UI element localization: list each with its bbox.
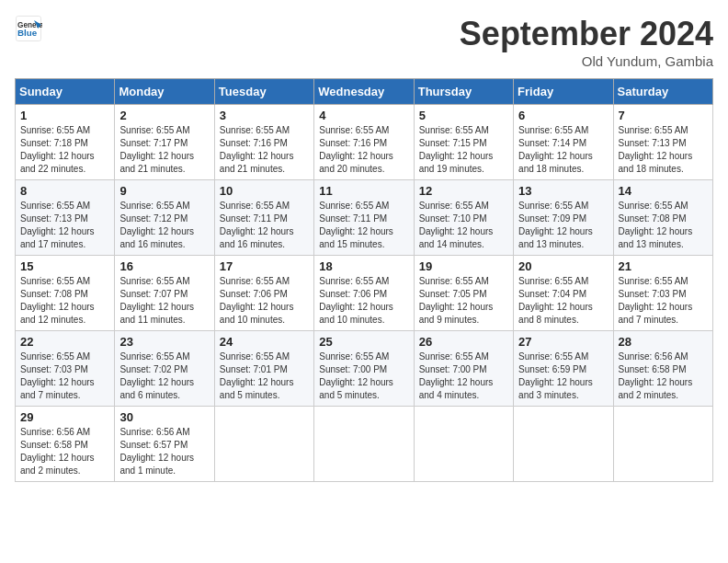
calendar-cell: 1 Sunrise: 6:55 AM Sunset: 7:18 PM Dayli… xyxy=(16,105,115,180)
calendar-cell: 18 Sunrise: 6:55 AM Sunset: 7:06 PM Dayl… xyxy=(314,256,414,331)
day-number: 4 xyxy=(319,109,408,122)
calendar-cell xyxy=(414,407,513,482)
day-number: 25 xyxy=(319,335,408,349)
day-info: Sunrise: 6:55 AM Sunset: 6:59 PM Dayligh… xyxy=(518,350,608,402)
calendar-cell: 6 Sunrise: 6:55 AM Sunset: 7:14 PM Dayli… xyxy=(514,105,613,180)
day-number: 22 xyxy=(20,335,109,349)
day-number: 2 xyxy=(119,109,209,122)
location: Old Yundum, Gambia xyxy=(460,53,713,69)
calendar-cell: 24 Sunrise: 6:55 AM Sunset: 7:01 PM Dayl… xyxy=(214,331,313,407)
day-number: 17 xyxy=(220,259,309,273)
day-info: Sunrise: 6:55 AM Sunset: 7:18 PM Dayligh… xyxy=(20,124,109,176)
calendar-cell: 27 Sunrise: 6:55 AM Sunset: 6:59 PM Dayl… xyxy=(514,331,613,407)
calendar-cell: 25 Sunrise: 6:55 AM Sunset: 7:00 PM Dayl… xyxy=(314,331,414,407)
day-info: Sunrise: 6:55 AM Sunset: 7:12 PM Dayligh… xyxy=(119,200,209,251)
day-info: Sunrise: 6:56 AM Sunset: 6:58 PM Dayligh… xyxy=(20,426,109,477)
day-number: 29 xyxy=(20,410,109,424)
day-info: Sunrise: 6:55 AM Sunset: 7:02 PM Dayligh… xyxy=(119,350,209,402)
col-header-saturday: Saturday xyxy=(613,79,712,105)
calendar-cell: 14 Sunrise: 6:55 AM Sunset: 7:08 PM Dayl… xyxy=(613,180,712,256)
day-number: 11 xyxy=(319,184,408,198)
calendar-cell: 13 Sunrise: 6:55 AM Sunset: 7:09 PM Dayl… xyxy=(514,180,613,256)
calendar-cell: 12 Sunrise: 6:55 AM Sunset: 7:10 PM Dayl… xyxy=(414,180,513,256)
day-number: 24 xyxy=(220,335,309,349)
day-number: 16 xyxy=(119,259,209,273)
day-info: Sunrise: 6:55 AM Sunset: 7:16 PM Dayligh… xyxy=(220,124,309,176)
day-info: Sunrise: 6:55 AM Sunset: 7:06 PM Dayligh… xyxy=(220,275,309,327)
col-header-tuesday: Tuesday xyxy=(214,79,313,105)
calendar-cell: 26 Sunrise: 6:55 AM Sunset: 7:00 PM Dayl… xyxy=(414,331,513,407)
calendar-cell: 3 Sunrise: 6:55 AM Sunset: 7:16 PM Dayli… xyxy=(214,105,313,180)
title-section: September 2024 Old Yundum, Gambia xyxy=(460,15,713,69)
day-info: Sunrise: 6:55 AM Sunset: 7:15 PM Dayligh… xyxy=(419,124,508,176)
calendar-cell: 30 Sunrise: 6:56 AM Sunset: 6:57 PM Dayl… xyxy=(115,407,214,482)
day-number: 1 xyxy=(20,109,109,122)
day-info: Sunrise: 6:55 AM Sunset: 7:03 PM Dayligh… xyxy=(20,350,109,402)
calendar-cell: 20 Sunrise: 6:55 AM Sunset: 7:04 PM Dayl… xyxy=(514,256,613,331)
calendar-cell: 23 Sunrise: 6:55 AM Sunset: 7:02 PM Dayl… xyxy=(115,331,214,407)
day-info: Sunrise: 6:55 AM Sunset: 7:17 PM Dayligh… xyxy=(119,124,209,176)
calendar-cell: 10 Sunrise: 6:55 AM Sunset: 7:11 PM Dayl… xyxy=(214,180,313,256)
calendar-cell xyxy=(214,407,313,482)
day-info: Sunrise: 6:55 AM Sunset: 7:11 PM Dayligh… xyxy=(220,200,309,251)
day-number: 13 xyxy=(518,184,608,198)
day-number: 20 xyxy=(518,259,608,273)
day-number: 30 xyxy=(119,410,209,424)
day-number: 12 xyxy=(419,184,508,198)
day-info: Sunrise: 6:55 AM Sunset: 7:00 PM Dayligh… xyxy=(319,350,408,402)
day-info: Sunrise: 6:55 AM Sunset: 7:06 PM Dayligh… xyxy=(319,275,408,327)
calendar-cell: 19 Sunrise: 6:55 AM Sunset: 7:05 PM Dayl… xyxy=(414,256,513,331)
calendar-cell: 7 Sunrise: 6:55 AM Sunset: 7:13 PM Dayli… xyxy=(613,105,712,180)
day-number: 18 xyxy=(319,259,408,273)
day-number: 7 xyxy=(619,109,708,122)
day-number: 5 xyxy=(419,109,508,122)
calendar-cell xyxy=(514,407,613,482)
calendar-cell xyxy=(314,407,414,482)
day-info: Sunrise: 6:55 AM Sunset: 7:05 PM Dayligh… xyxy=(419,275,508,327)
day-number: 15 xyxy=(20,259,109,273)
col-header-thursday: Thursday xyxy=(414,79,513,105)
day-info: Sunrise: 6:55 AM Sunset: 7:04 PM Dayligh… xyxy=(518,275,608,327)
calendar-cell: 5 Sunrise: 6:55 AM Sunset: 7:15 PM Dayli… xyxy=(414,105,513,180)
calendar-cell: 2 Sunrise: 6:55 AM Sunset: 7:17 PM Dayli… xyxy=(115,105,214,180)
calendar-cell: 8 Sunrise: 6:55 AM Sunset: 7:13 PM Dayli… xyxy=(16,180,115,256)
day-info: Sunrise: 6:55 AM Sunset: 7:13 PM Dayligh… xyxy=(619,124,708,176)
col-header-wednesday: Wednesday xyxy=(314,79,414,105)
day-number: 28 xyxy=(619,335,708,349)
day-number: 27 xyxy=(518,335,608,349)
calendar-cell: 17 Sunrise: 6:55 AM Sunset: 7:06 PM Dayl… xyxy=(214,256,313,331)
calendar-cell: 21 Sunrise: 6:55 AM Sunset: 7:03 PM Dayl… xyxy=(613,256,712,331)
calendar-cell: 16 Sunrise: 6:55 AM Sunset: 7:07 PM Dayl… xyxy=(115,256,214,331)
day-number: 23 xyxy=(119,335,209,349)
col-header-sunday: Sunday xyxy=(16,79,115,105)
day-info: Sunrise: 6:56 AM Sunset: 6:57 PM Dayligh… xyxy=(119,426,209,477)
logo-icon: General Blue xyxy=(15,15,42,42)
day-info: Sunrise: 6:56 AM Sunset: 6:58 PM Dayligh… xyxy=(619,350,708,402)
calendar-cell: 9 Sunrise: 6:55 AM Sunset: 7:12 PM Dayli… xyxy=(115,180,214,256)
calendar-cell: 4 Sunrise: 6:55 AM Sunset: 7:16 PM Dayli… xyxy=(314,105,414,180)
day-info: Sunrise: 6:55 AM Sunset: 7:10 PM Dayligh… xyxy=(419,200,508,251)
svg-text:Blue: Blue xyxy=(17,28,38,38)
day-info: Sunrise: 6:55 AM Sunset: 7:11 PM Dayligh… xyxy=(319,200,408,251)
calendar-cell xyxy=(613,407,712,482)
day-number: 9 xyxy=(119,184,209,198)
calendar-table: SundayMondayTuesdayWednesdayThursdayFrid… xyxy=(15,78,713,482)
calendar-cell: 29 Sunrise: 6:56 AM Sunset: 6:58 PM Dayl… xyxy=(16,407,115,482)
day-info: Sunrise: 6:55 AM Sunset: 7:00 PM Dayligh… xyxy=(419,350,508,402)
day-number: 26 xyxy=(419,335,508,349)
calendar-cell: 22 Sunrise: 6:55 AM Sunset: 7:03 PM Dayl… xyxy=(16,331,115,407)
day-info: Sunrise: 6:55 AM Sunset: 7:13 PM Dayligh… xyxy=(20,200,109,251)
day-info: Sunrise: 6:55 AM Sunset: 7:08 PM Dayligh… xyxy=(619,200,708,251)
day-number: 6 xyxy=(518,109,608,122)
header: General Blue September 2024 Old Yundum, … xyxy=(15,15,713,69)
day-info: Sunrise: 6:55 AM Sunset: 7:09 PM Dayligh… xyxy=(518,200,608,251)
day-number: 19 xyxy=(419,259,508,273)
month-title: September 2024 xyxy=(460,15,713,53)
day-number: 10 xyxy=(220,184,309,198)
day-info: Sunrise: 6:55 AM Sunset: 7:16 PM Dayligh… xyxy=(319,124,408,176)
day-number: 21 xyxy=(619,259,708,273)
col-header-friday: Friday xyxy=(514,79,613,105)
day-info: Sunrise: 6:55 AM Sunset: 7:14 PM Dayligh… xyxy=(518,124,608,176)
day-info: Sunrise: 6:55 AM Sunset: 7:07 PM Dayligh… xyxy=(119,275,209,327)
day-number: 14 xyxy=(619,184,708,198)
